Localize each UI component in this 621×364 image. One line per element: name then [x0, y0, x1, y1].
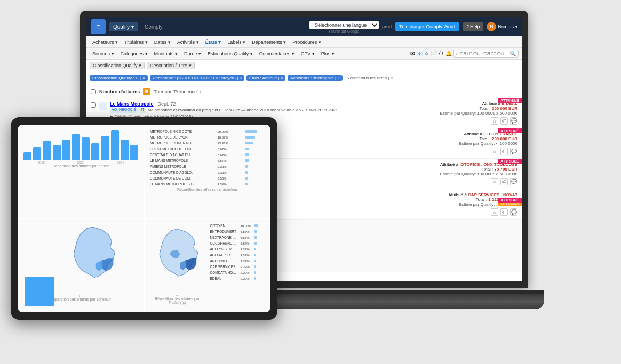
titulaire-table: CITOYEN 10.00% ENTRODUVERT 6.67% NEXTRAO…	[208, 222, 267, 282]
table-row: ARCHIMED 3.33%	[209, 258, 266, 263]
icon-star[interactable]: ☆	[424, 51, 429, 56]
comply-menu[interactable]: Comply	[141, 22, 166, 31]
language-selector[interactable]: Sélectionner une langue	[309, 21, 379, 29]
filter-bar: Classification Qualify ▾ Description / T…	[86, 60, 522, 71]
chart-bar	[72, 134, 80, 160]
chart-bar	[53, 145, 61, 160]
table-row: AMIENS METROPOLE 3.33%	[149, 164, 266, 169]
filter-tag-acheteurs[interactable]: Acheteurs : 'métropole' | ×	[288, 75, 343, 81]
menu-labels[interactable]: Labels ▾	[225, 39, 248, 45]
menu-commentaires[interactable]: Commentaires ▾	[257, 51, 297, 57]
table-row: METROPOLE ROUEN NO. 13.33%	[149, 141, 266, 145]
comment-icon[interactable]: 💬	[510, 117, 518, 125]
star-icon[interactable]: ☆	[491, 117, 498, 125]
sort-bar: Nombre d'affaires 📋 Trier par 'Pertinenc…	[86, 85, 522, 98]
filter-tag-classification[interactable]: Classification Qualify : IT | ×	[90, 75, 148, 81]
comment-icon[interactable]: 💬	[510, 148, 518, 155]
table-row: OCCURRENCES/ARL OR. 6.67%	[209, 241, 266, 246]
table-row: CAP SERVICES 3.33%	[209, 264, 266, 269]
menu-cpv[interactable]: CPV ▾	[298, 51, 317, 57]
menu-sources[interactable]: Sources ▾	[90, 51, 117, 57]
qualify-label: Qualify ▾	[113, 24, 134, 30]
chart-label: Répartition des affaires par année	[21, 164, 140, 168]
filter-tag-recherche[interactable]: Recherche : ("GRU" OU "GRC" OU citoyen) …	[150, 75, 244, 81]
star-icon[interactable]: ☆	[491, 178, 498, 185]
menu-departements[interactable]: Départements ▾	[249, 39, 289, 45]
menu-titulaires[interactable]: Titulaires ▾	[122, 39, 150, 45]
comment-icon[interactable]: 💬	[510, 178, 518, 185]
menu-acheteurs[interactable]: Acheteurs ▾	[90, 39, 121, 45]
table-row: LE MANS METROPOLE - C. 3.33%	[149, 182, 266, 187]
table-row: NEXTRAONE FRANCE 6.67%	[209, 235, 266, 240]
map-panel-1: +- Répartition des affaires par acheteur	[18, 219, 144, 312]
chart-bar	[101, 136, 109, 160]
table-row: LE MANS METROPOLE 6.67%	[149, 158, 266, 163]
table-row: BREST METROPOLE OCE. 6.67%	[149, 147, 266, 151]
result-icon	[99, 102, 107, 110]
menu-plus[interactable]: Plus ▾	[319, 51, 337, 57]
chart-bar	[121, 140, 129, 160]
menu-activites[interactable]: Activités ▾	[174, 39, 202, 45]
tag-icon[interactable]: 🏷	[500, 148, 508, 155]
qualify-menu[interactable]: Qualify ▾	[109, 22, 138, 31]
search-input[interactable]	[456, 51, 509, 56]
table-row: METROPOLE DE LYON 16.67%	[149, 135, 266, 140]
table-row: ACELYS SERVICES NUM. 3.33%	[209, 247, 266, 252]
chart-bar	[111, 130, 119, 160]
user-name: Nicolas	[498, 24, 514, 29]
table-row: ENTRODUVERT 6.67%	[209, 229, 266, 234]
tag-icon[interactable]: 🏷	[500, 178, 508, 185]
menu-etats[interactable]: États ▾	[203, 39, 224, 45]
table-row: AGORA PLUS 3.33%	[209, 253, 266, 257]
search-icon[interactable]: 🔍	[509, 51, 516, 56]
comment-icon[interactable]: 💬	[510, 208, 518, 216]
download-button[interactable]: Télécharger Comply Word	[395, 22, 459, 31]
result-checkbox[interactable]	[91, 102, 96, 108]
result-title: Le Mans Métropole - Dept. 72	[110, 101, 437, 107]
chart-bar	[43, 141, 51, 160]
select-all-checkbox[interactable]	[91, 89, 96, 94]
star-icon[interactable]: ☆	[491, 208, 498, 216]
menu-montants[interactable]: Montants ▾	[152, 51, 181, 57]
icon-mail[interactable]: ✉	[410, 51, 415, 56]
icon-doc[interactable]: 📄	[431, 51, 437, 56]
help-icon: ?	[466, 24, 469, 29]
acheteur-table: METROPOLE NICE COTE 20.00% METROPOLE DE …	[148, 128, 267, 188]
chevron-down-icon: ▾	[515, 25, 518, 29]
search-box[interactable]: 🔍	[453, 50, 519, 58]
env-label: prod	[382, 24, 392, 29]
filter-tag-etats[interactable]: États : Attribué | ×	[246, 75, 285, 81]
map-panel-2: +- Répartition des affaires par Titulair…	[145, 219, 270, 312]
icon-email[interactable]: 📧	[416, 51, 423, 56]
description-filter[interactable]: Description / Titre ▾	[147, 62, 195, 69]
map2-label: Répartition des affaires par Titulaire(s…	[148, 297, 207, 304]
logo-icon: ≡	[96, 22, 100, 31]
action-icons: ☆ 🏷 💬	[440, 117, 518, 125]
table-row: COMMUNAUTE DE COM. 3.33%	[149, 176, 266, 181]
menu-estimations[interactable]: Estimations Qualify ▾	[205, 51, 256, 57]
menu-dates[interactable]: Dates ▾	[152, 39, 173, 45]
sort-selector[interactable]: Trier par 'Pertinence' ↓	[154, 89, 202, 94]
tag-it: IT	[139, 108, 146, 113]
france-map-2	[148, 222, 207, 292]
tablet-screen: 2019 2020 2021 Répartition des affaires …	[18, 125, 270, 312]
tag-icon[interactable]: 🏷	[500, 117, 508, 125]
help-button[interactable]: ? Help	[463, 22, 484, 31]
menu-procedures[interactable]: Procédures ▾	[290, 39, 324, 45]
remove-all-filters[interactable]: Retirer tous les filtres | ×	[347, 76, 393, 80]
tag-icon[interactable]: 🏷	[500, 208, 508, 216]
menu-categories[interactable]: Catégories ▾	[118, 51, 150, 57]
menu-duree[interactable]: Durée ▾	[181, 51, 204, 57]
bar-chart	[21, 128, 140, 160]
user-menu[interactable]: N Nicolas ▾	[487, 22, 518, 31]
classification-filter[interactable]: Classification Qualify ▾	[90, 62, 145, 69]
chart-bar	[62, 140, 70, 160]
result-link[interactable]: Le Mans Métropole	[110, 101, 154, 107]
tag-ao: AO: NÉGOCIÉ	[110, 108, 138, 113]
chart-bar	[23, 152, 31, 160]
icon-bell[interactable]: 🔔	[445, 51, 452, 56]
icon-clock[interactable]: ⏱	[439, 51, 444, 56]
star-icon[interactable]: ☆	[491, 148, 498, 155]
chart-panel: 2019 2020 2021 Répartition des affaires …	[18, 125, 144, 218]
france-map-1	[57, 222, 129, 292]
